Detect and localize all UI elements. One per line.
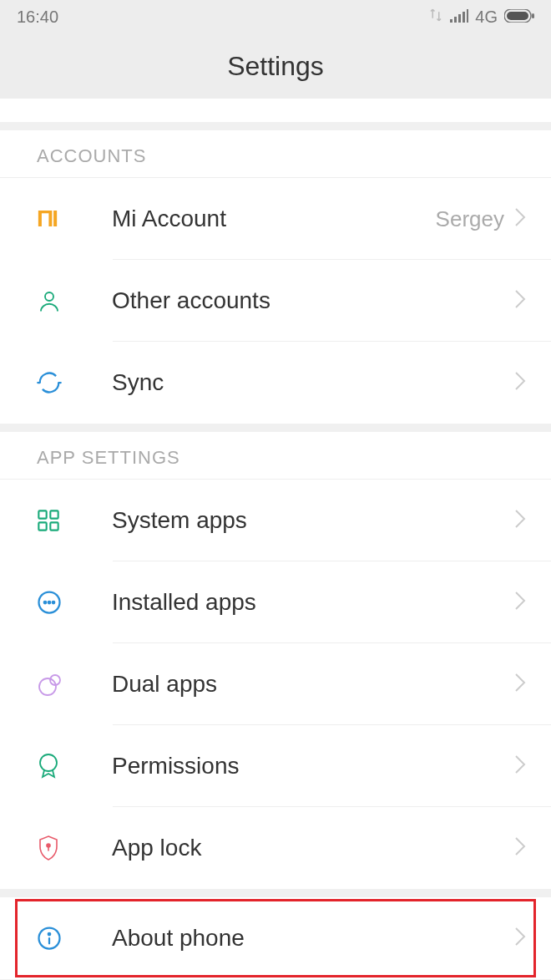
chevron-right-icon: [514, 673, 526, 696]
battery-icon: [504, 8, 534, 27]
svg-rect-4: [467, 9, 468, 23]
svg-rect-12: [50, 522, 58, 530]
item-value: Sergey: [436, 206, 504, 232]
badge-icon: [37, 753, 112, 779]
status-indicators: 4G: [428, 8, 534, 27]
list-item-about-phone[interactable]: About phone: [0, 897, 551, 979]
item-label: Mi Account: [112, 206, 436, 232]
dual-circles-icon: [37, 672, 112, 697]
signal-icon: [450, 8, 468, 27]
item-label: Other accounts: [112, 287, 514, 314]
list-item-app-lock[interactable]: App lock: [0, 807, 551, 889]
item-label: Dual apps: [112, 671, 514, 698]
svg-point-14: [44, 602, 47, 604]
chevron-right-icon: [514, 509, 526, 532]
list-item-system-apps[interactable]: System apps: [0, 480, 551, 561]
item-label: About phone: [112, 925, 514, 952]
sync-icon: [37, 370, 112, 395]
svg-rect-6: [507, 12, 528, 20]
list-item-other-accounts[interactable]: Other accounts: [0, 260, 551, 342]
svg-rect-2: [458, 14, 461, 23]
svg-point-8: [45, 292, 53, 301]
svg-point-16: [53, 602, 55, 604]
svg-rect-0: [450, 19, 452, 23]
highlight-annotation: About phone: [0, 897, 551, 979]
svg-point-19: [40, 754, 57, 771]
svg-point-15: [48, 602, 51, 604]
svg-point-22: [48, 933, 51, 936]
list-item-dual-apps[interactable]: Dual apps: [0, 643, 551, 725]
section-gap: [0, 424, 551, 432]
mi-logo-icon: ΠI: [37, 206, 112, 232]
section-gap: [0, 889, 551, 897]
status-time: 16:40: [17, 8, 58, 27]
item-label: App lock: [112, 835, 514, 861]
svg-rect-7: [532, 13, 534, 18]
svg-rect-11: [38, 522, 46, 530]
list-item-permissions[interactable]: Permissions: [0, 725, 551, 807]
svg-rect-3: [463, 12, 465, 23]
chevron-right-icon: [514, 754, 526, 778]
chevron-right-icon: [514, 836, 526, 860]
list-item-sync[interactable]: Sync: [0, 342, 551, 424]
list-item-mi-account[interactable]: ΠI Mi Account Sergey: [0, 178, 551, 260]
item-label: Sync: [112, 369, 514, 396]
chevron-right-icon: [514, 591, 526, 614]
person-icon: [37, 288, 112, 313]
svg-rect-10: [50, 510, 58, 518]
item-label: Permissions: [112, 753, 514, 779]
data-arrows-icon: [428, 8, 443, 27]
chevron-right-icon: [514, 927, 526, 950]
info-icon: [37, 926, 112, 951]
item-label: System apps: [112, 507, 514, 534]
section-header-accounts: ACCOUNTS: [0, 130, 551, 178]
chevron-right-icon: [514, 371, 526, 394]
list-item-installed-apps[interactable]: Installed apps: [0, 561, 551, 643]
item-label: Installed apps: [112, 589, 514, 616]
svg-rect-1: [454, 17, 457, 23]
blank-section: [0, 99, 551, 130]
svg-point-17: [39, 678, 56, 695]
network-label: 4G: [475, 8, 498, 27]
svg-rect-9: [38, 510, 46, 518]
shield-lock-icon: [37, 835, 112, 861]
section-header-app-settings: APP SETTINGS: [0, 432, 551, 480]
page-title: Settings: [227, 51, 324, 82]
chevron-right-icon: [514, 289, 526, 312]
status-bar: 16:40 4G: [0, 0, 551, 33]
dots-circle-icon: [37, 590, 112, 615]
app-header: Settings: [0, 33, 551, 99]
grid-icon: [37, 509, 112, 532]
chevron-right-icon: [514, 207, 526, 231]
